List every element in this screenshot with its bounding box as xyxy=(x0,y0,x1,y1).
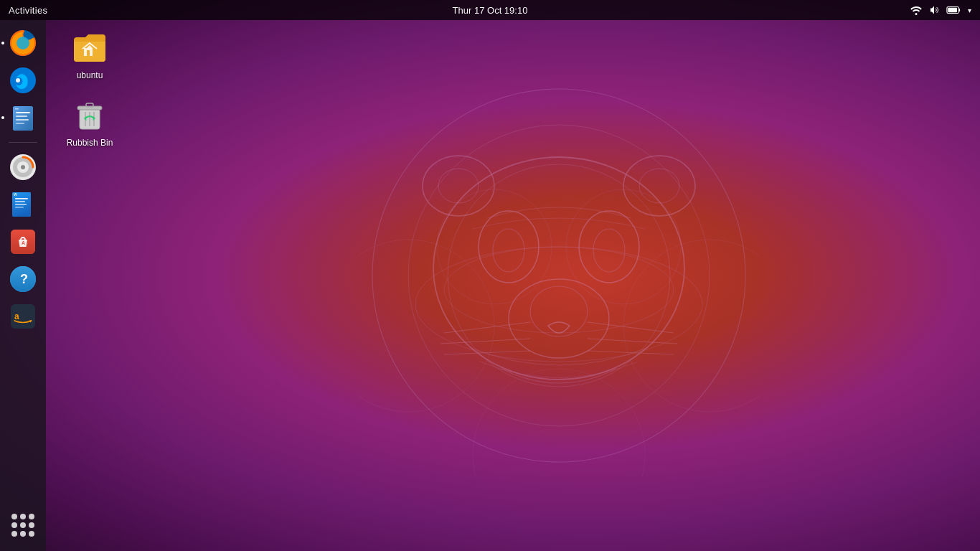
dock-active-indicator xyxy=(1,116,4,119)
topbar-left: Activities xyxy=(9,5,47,16)
dock: W A xyxy=(0,20,46,551)
svg-point-2 xyxy=(448,164,670,387)
svg-point-5 xyxy=(433,157,684,380)
svg-rect-48 xyxy=(15,201,25,202)
dock-item-firefox[interactable] xyxy=(6,26,40,60)
svg-rect-28 xyxy=(948,8,957,12)
svg-point-14 xyxy=(509,279,609,358)
topbar-clock: Thur 17 Oct 19:10 xyxy=(453,5,528,16)
wallpaper-illustration xyxy=(358,75,760,476)
rubbish-bin-icon xyxy=(71,96,108,133)
svg-line-17 xyxy=(440,339,530,344)
dock-item-software[interactable]: A xyxy=(6,225,40,259)
svg-point-26 xyxy=(473,369,645,476)
writer-icon: W xyxy=(8,189,38,220)
svg-text:a: a xyxy=(14,311,19,321)
svg-point-6 xyxy=(423,156,494,216)
amazon-icon: a xyxy=(8,301,38,331)
svg-rect-50 xyxy=(15,207,24,208)
dock-item-help[interactable]: ? xyxy=(6,262,40,296)
dock-item-rhythmbox[interactable] xyxy=(6,150,40,184)
svg-text:W: W xyxy=(14,192,17,197)
svg-rect-65 xyxy=(86,103,93,107)
svg-line-20 xyxy=(588,339,677,344)
svg-point-15 xyxy=(530,286,588,336)
topbar: Activities Thur 17 Oct 19:10 xyxy=(0,0,980,20)
svg-point-7 xyxy=(623,156,695,216)
svg-point-44 xyxy=(21,165,25,169)
battery-icon[interactable] xyxy=(946,6,961,14)
activities-button[interactable]: Activities xyxy=(9,5,47,16)
svg-point-9 xyxy=(639,169,679,203)
svg-text:?: ? xyxy=(20,272,28,286)
svg-point-1 xyxy=(408,125,710,426)
dock-active-indicator xyxy=(1,42,4,44)
volume-icon[interactable] xyxy=(929,5,939,15)
svg-rect-35 xyxy=(13,106,33,131)
svg-rect-38 xyxy=(16,119,29,121)
svg-rect-29 xyxy=(959,9,960,12)
svg-rect-47 xyxy=(15,198,28,199)
grid-dots-icon xyxy=(11,514,34,537)
dock-item-amazon[interactable]: a xyxy=(6,299,40,334)
rhythmbox-icon xyxy=(8,152,38,182)
notes-icon xyxy=(8,103,38,133)
ubuntu-folder-icon xyxy=(71,29,108,66)
svg-point-8 xyxy=(438,169,479,203)
ubuntu-folder-label: ubuntu xyxy=(77,70,103,82)
svg-point-3 xyxy=(415,247,702,362)
show-applications-button[interactable] xyxy=(6,508,40,542)
desktop-icon-ubuntu[interactable]: ubuntu xyxy=(57,29,122,82)
desktop-icon-rubbish-bin[interactable]: Rubbish Bin xyxy=(57,96,122,149)
topbar-right: ▾ xyxy=(910,4,971,16)
svg-rect-36 xyxy=(16,112,30,113)
svg-rect-49 xyxy=(15,204,27,205)
svg-point-33 xyxy=(16,78,20,83)
wifi-icon[interactable] xyxy=(910,4,922,16)
system-menu-arrow[interactable]: ▾ xyxy=(968,6,971,14)
svg-rect-39 xyxy=(16,123,24,124)
rubbish-bin-label: Rubbish Bin xyxy=(67,138,113,149)
software-center-icon: A xyxy=(8,227,38,257)
svg-rect-37 xyxy=(16,116,27,117)
svg-text:A: A xyxy=(22,240,25,245)
svg-point-31 xyxy=(17,37,29,50)
dock-item-notes[interactable] xyxy=(6,100,40,135)
thunderbird-icon xyxy=(8,65,38,95)
firefox-icon xyxy=(8,28,38,58)
svg-point-0 xyxy=(372,89,745,462)
desktop-icons-container: ubuntu xyxy=(57,29,122,149)
dock-item-writer[interactable]: W xyxy=(6,187,40,222)
help-icon: ? xyxy=(8,264,38,294)
svg-point-4 xyxy=(444,247,674,333)
svg-rect-40 xyxy=(15,108,19,110)
dock-separator xyxy=(9,142,37,143)
dock-item-thunderbird[interactable] xyxy=(6,63,40,98)
desktop: Activities Thur 17 Oct 19:10 xyxy=(0,0,980,551)
